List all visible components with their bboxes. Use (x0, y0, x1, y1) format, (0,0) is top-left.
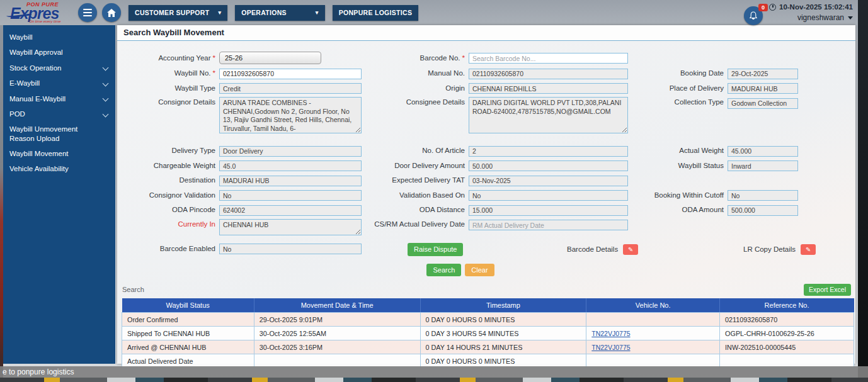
table-row: Order Confirmed 29-Oct-2025 9:01PM 0 DAY… (122, 313, 854, 327)
sidebar-item-vehicle-availability[interactable]: Vehicle Availability (3, 161, 115, 176)
nav-ponpure-logistics[interactable]: PONPURE LOGISTICS (333, 5, 419, 21)
sidebar-item-waybill-movement[interactable]: Waybill Movement (3, 146, 115, 161)
caret-down-icon: ▾ (316, 9, 319, 16)
sidebar-item-stock-operation[interactable]: Stock Operation (3, 60, 115, 76)
table-row: Shipped To CHENNAI HUB 30-Oct-2025 12:55… (122, 327, 854, 340)
actual-weight-input (728, 146, 798, 157)
form-actions: Search Clear (94, 264, 827, 276)
vehicle-no-link[interactable]: TN22VJ0775 (591, 330, 630, 337)
search-button[interactable]: Search (426, 264, 461, 276)
destination-input (219, 176, 362, 186)
background-photo-edge (858, 0, 868, 382)
logo-tagline: On time every time (29, 20, 60, 23)
barcode-enabled-input (219, 244, 362, 254)
consignor-details-textarea: ARUNA TRADE COMBINES - CHENNAI,Godown No… (219, 97, 362, 133)
consignee-details-label: Consignee Details (365, 97, 465, 106)
door-delivery-amount-label: Door Delivery Amount (365, 162, 465, 169)
sidebar-item-waybill[interactable]: Waybill (3, 30, 115, 45)
waybill-status-label: Waybill Status (632, 162, 724, 169)
lr-copy-details-edit-button[interactable]: ✎ (801, 244, 816, 255)
collection-type-input (728, 98, 798, 109)
chargeable-weight-input (219, 160, 362, 171)
csrm-actual-delivery-date-input (469, 220, 628, 230)
consignor-validation-input (219, 190, 362, 201)
barcode-enabled-label: Barcode Enabled (122, 245, 215, 252)
place-of-delivery-label: Place of Delivery (632, 84, 724, 92)
chevron-down-icon (103, 96, 109, 102)
barcode-details-label: Barcode Details (567, 245, 618, 253)
csrm-actual-delivery-date-label: CS/RM Actual Delivery Date (365, 219, 465, 228)
results-header: Search Export Excel (117, 276, 855, 298)
header-datetime: 10-Nov-2025 15:02:41 (769, 3, 853, 11)
currently-in-textarea: CHENNAI HUB (219, 219, 362, 235)
accounting-year-label: Accounting Year* (122, 54, 215, 62)
col-vehicle-no: Vehicle No. (586, 298, 720, 313)
caret-down-icon: ▾ (218, 9, 221, 16)
manual-no-label: Manual No. (365, 69, 465, 77)
home-icon (106, 8, 117, 18)
header-right: 0 10-Nov-2025 15:02:41 vigneshwaran (744, 1, 853, 25)
notification-badge: 0 (758, 4, 768, 11)
currently-in-label: Currently In (122, 219, 215, 228)
page-title: Search Waybill Movement (117, 25, 855, 41)
top-header: PON PURE Expres On time every time CUSTO… (0, 0, 868, 25)
booking-within-cutoff-label: Booking Within Cutoff (632, 191, 724, 199)
background-photo-strip (0, 378, 868, 382)
menu-button[interactable] (78, 3, 97, 22)
consignee-details-textarea: DARLING DIGITAL WORLD PVT LTD,308,PALANI… (469, 97, 628, 133)
results-section-label: Search (122, 286, 144, 293)
waybill-movement-form: Accounting Year* 25-26 Barcode No.* Wayb… (117, 41, 855, 276)
waybill-status-input (728, 160, 798, 171)
expected-delivery-tat-label: Expected Delivery TAT (365, 176, 465, 184)
sidebar-item-waybill-unmovement[interactable]: Waybill Unmovement Reason Upload (3, 121, 115, 146)
manual-no-input (469, 69, 628, 79)
booking-date-label: Booking Date (632, 69, 724, 77)
accounting-year-select[interactable]: 25-26 (219, 52, 321, 64)
chevron-down-icon (103, 111, 109, 117)
oda-pincode-label: ODA Pincode (122, 206, 215, 213)
clock-icon (769, 4, 776, 11)
col-reference-no: Reference No. (720, 298, 854, 313)
notifications-button[interactable]: 0 (744, 6, 763, 25)
edit-icon: ✎ (628, 246, 633, 253)
col-waybill-status: Waybill Status (122, 298, 254, 313)
bell-icon (749, 11, 758, 21)
booking-within-cutoff-input (728, 190, 798, 201)
nav-customer-support[interactable]: CUSTOMER SUPPORT ▾ (128, 5, 227, 21)
clear-button[interactable]: Clear (465, 264, 494, 276)
barcode-details-edit-button[interactable]: ✎ (623, 244, 638, 255)
lr-copy-details-group: LR Copy Details ✎ (743, 244, 816, 255)
user-menu[interactable]: vigneshwaran (797, 13, 853, 22)
sidebar-item-pod[interactable]: POD (3, 106, 115, 121)
company-logo[interactable]: PON PURE Expres On time every time (10, 1, 73, 25)
oda-distance-input (469, 205, 628, 216)
edit-icon: ✎ (806, 246, 811, 253)
sidebar-item-e-waybill[interactable]: E-Waybill (3, 76, 115, 91)
waybill-type-input (219, 83, 362, 94)
nav-operations[interactable]: OPERATIONS ▾ (235, 5, 324, 21)
movement-table: Waybill Status Movement Date & Time Time… (122, 298, 854, 369)
origin-label: Origin (365, 84, 465, 92)
consignor-validation-label: Consignor Validation (122, 191, 215, 199)
barcode-details-group: Barcode Details ✎ (567, 244, 638, 255)
oda-distance-label: ODA Distance (365, 206, 465, 213)
vehicle-no-link[interactable]: TN22VJ0775 (591, 344, 630, 351)
oda-amount-label: ODA Amount (632, 206, 724, 213)
col-movement-datetime: Movement Date & Time (254, 298, 420, 313)
raise-dispute-button[interactable]: Raise Dispute (408, 243, 463, 256)
home-button[interactable] (102, 3, 121, 22)
main-content: Search Waybill Movement Accounting Year*… (117, 25, 855, 364)
waybill-no-input[interactable] (219, 69, 362, 79)
sidebar-item-manual-e-waybill[interactable]: Manual E-Waybill (3, 91, 115, 106)
export-excel-button[interactable]: Export Excel (804, 284, 851, 296)
collection-type-label: Collection Type (632, 97, 724, 106)
barcode-no-input[interactable] (469, 53, 628, 64)
marquee-text: e to ponpure logistics (3, 368, 74, 376)
waybill-type-label: Waybill Type (122, 84, 215, 92)
waybill-no-label: Waybill No.* (122, 69, 215, 77)
barcode-no-label: Barcode No.* (365, 54, 465, 62)
no-of-article-label: No. Of Article (365, 147, 465, 154)
sidebar-item-waybill-approval[interactable]: Waybill Approval (3, 45, 115, 60)
lr-copy-details-label: LR Copy Details (743, 245, 796, 253)
validation-based-on-input (469, 190, 628, 201)
